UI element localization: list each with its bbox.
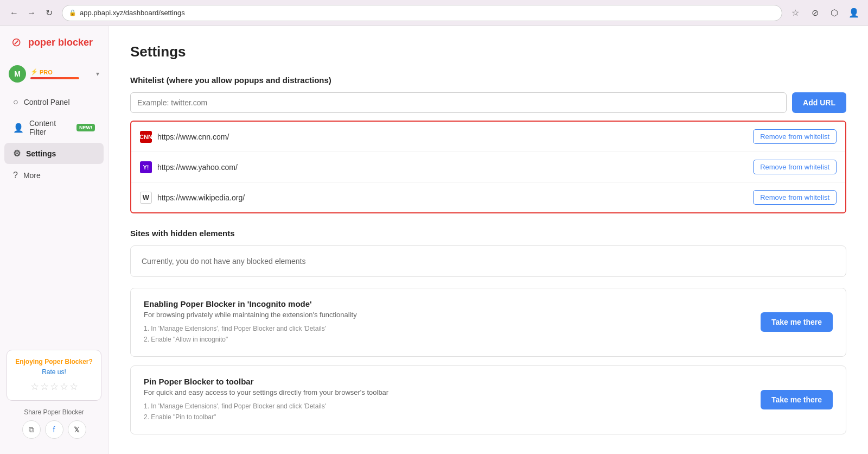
- sidebar-user[interactable]: M ⚡ PRO ▾: [0, 61, 108, 87]
- hidden-section-box: Currently, you do not have any blocked e…: [130, 245, 846, 277]
- new-badge: NEW!: [76, 124, 95, 131]
- lock-icon: 🔒: [69, 9, 76, 16]
- sidebar-logo: ⊘ poper blocker: [0, 35, 108, 61]
- address-bar[interactable]: 🔒 app.pbapi.xyz/dashboard/settings: [62, 5, 782, 21]
- remove-wikipedia-button[interactable]: Remove from whitelist: [753, 190, 837, 205]
- star-5[interactable]: ☆: [69, 381, 78, 393]
- toolbar-step-1: 1. In 'Manage Extensions', find Poper Bl…: [144, 401, 752, 412]
- share-label: Share Poper Blocker: [7, 408, 101, 416]
- promo-title: Enjoying Poper Blocker?: [14, 358, 94, 365]
- nav-label-more: More: [23, 171, 41, 180]
- toolbar-card-content: Pin Poper Blocker to toolbar For quick a…: [144, 377, 752, 423]
- incognito-take-me-button[interactable]: Take me there: [761, 312, 833, 332]
- promo-box: Enjoying Poper Blocker? Rate us! ☆ ☆ ☆ ☆…: [7, 350, 101, 401]
- page-title: Settings: [130, 43, 846, 60]
- url-input-row: Add URL: [130, 92, 846, 113]
- whitelist-item-wikipedia: W https://www.wikipedia.org/ Remove from…: [131, 182, 845, 212]
- star-3[interactable]: ☆: [50, 381, 59, 393]
- whitelist-section-title: Whitelist (where you allow popups and di…: [130, 75, 846, 85]
- site-url-cnn: https://www.cnn.com/: [157, 133, 748, 141]
- lightning-icon: ⚡: [30, 68, 38, 75]
- star-1[interactable]: ☆: [30, 381, 39, 393]
- toolbar-card: Pin Poper Blocker to toolbar For quick a…: [130, 365, 846, 434]
- sidebar-item-content-filter[interactable]: 👤 Content Filter NEW!: [4, 114, 104, 142]
- site-url-wikipedia: https://www.wikipedia.org/: [157, 193, 748, 202]
- bookmark-button[interactable]: ☆: [788, 5, 803, 21]
- extensions-button[interactable]: ⬡: [827, 5, 842, 21]
- hidden-section-title: Sites with hidden elements: [130, 229, 846, 238]
- star-rating[interactable]: ☆ ☆ ☆ ☆ ☆: [14, 381, 94, 393]
- site-url-yahoo: https://www.yahoo.com/: [157, 163, 748, 172]
- logo-icon: ⊘: [9, 35, 24, 50]
- favicon-cnn: CNN: [140, 131, 152, 143]
- chevron-down-icon[interactable]: ▾: [96, 70, 99, 78]
- add-url-button[interactable]: Add URL: [792, 92, 846, 113]
- share-twitter-button[interactable]: 𝕏: [68, 420, 86, 439]
- remove-cnn-button[interactable]: Remove from whitelist: [753, 129, 837, 144]
- toolbar-take-me-button[interactable]: Take me there: [761, 390, 833, 409]
- url-input[interactable]: [130, 92, 787, 113]
- nav-label-content-filter: Content Filter: [29, 119, 71, 136]
- main-content: Settings Whitelist (where you allow popu…: [108, 26, 868, 454]
- sidebar-item-control-panel[interactable]: ○ Control Panel: [4, 92, 104, 112]
- pro-badge: ⚡ PRO: [30, 68, 92, 75]
- reload-button[interactable]: ↻: [41, 5, 56, 21]
- incognito-step-1: 1. In 'Manage Extensions', find Poper Bl…: [144, 323, 752, 334]
- user-name-bar: [30, 77, 79, 79]
- sidebar-item-more[interactable]: ? More: [4, 165, 104, 186]
- incognito-card-title: Enabling Poper Blocker in 'Incognito mod…: [144, 299, 752, 308]
- nav-buttons: ← → ↻: [7, 5, 56, 21]
- more-icon: ?: [13, 171, 18, 180]
- rate-link[interactable]: Rate us!: [42, 368, 66, 376]
- incognito-card: Enabling Poper Blocker in 'Incognito mod…: [130, 288, 846, 357]
- sidebar: ⊘ poper blocker M ⚡ PRO ▾ ○ Control Pane…: [0, 26, 108, 454]
- url-text: app.pbapi.xyz/dashboard/settings: [80, 9, 185, 17]
- hidden-elements-section: Sites with hidden elements Currently, yo…: [130, 229, 846, 277]
- whitelist-item-cnn: CNN https://www.cnn.com/ Remove from whi…: [131, 122, 845, 152]
- whitelist-box: CNN https://www.cnn.com/ Remove from whi…: [130, 121, 846, 213]
- forward-button[interactable]: →: [24, 5, 39, 21]
- toolbar-card-steps: 1. In 'Manage Extensions', find Poper Bl…: [144, 401, 752, 423]
- sidebar-bottom: Enjoying Poper Blocker? Rate us! ☆ ☆ ☆ ☆…: [0, 343, 108, 445]
- incognito-step-2: 2. Enable "Allow in incognito": [144, 334, 752, 345]
- star-4[interactable]: ☆: [60, 381, 68, 393]
- favicon-yahoo: Y!: [140, 161, 152, 173]
- incognito-card-content: Enabling Poper Blocker in 'Incognito mod…: [144, 299, 752, 345]
- avatar: M: [9, 65, 26, 83]
- share-facebook-button[interactable]: f: [45, 420, 63, 439]
- remove-yahoo-button[interactable]: Remove from whitelist: [753, 160, 837, 174]
- whitelist-item-yahoo: Y! https://www.yahoo.com/ Remove from wh…: [131, 152, 845, 182]
- control-panel-icon: ○: [13, 97, 18, 107]
- toolbar-card-subtitle: For quick and easy access to your settin…: [144, 388, 752, 396]
- stop-button[interactable]: ⊘: [807, 5, 822, 21]
- nav-label-settings: Settings: [26, 149, 56, 158]
- content-filter-icon: 👤: [13, 123, 24, 133]
- browser-chrome: ← → ↻ 🔒 app.pbapi.xyz/dashboard/settings…: [0, 0, 868, 26]
- hidden-empty-text: Currently, you do not have any blocked e…: [142, 257, 305, 266]
- toolbar-step-2: 2. Enable "Pin to toolbar": [144, 412, 752, 423]
- nav-label-control-panel: Control Panel: [24, 98, 70, 106]
- star-2[interactable]: ☆: [40, 381, 49, 393]
- favicon-wikipedia: W: [140, 192, 152, 204]
- browser-actions: ☆ ⊘ ⬡ 👤: [788, 5, 861, 21]
- whitelist-section: Whitelist (where you allow popups and di…: [130, 75, 846, 213]
- profile-button[interactable]: 👤: [846, 5, 861, 21]
- incognito-card-subtitle: For browsing privately while maintaining…: [144, 311, 752, 319]
- share-copy-button[interactable]: ⧉: [22, 420, 41, 439]
- app-container: ⊘ poper blocker M ⚡ PRO ▾ ○ Control Pane…: [0, 26, 868, 454]
- toolbar-card-title: Pin Poper Blocker to toolbar: [144, 377, 752, 386]
- settings-icon: ⚙: [13, 148, 21, 159]
- incognito-card-steps: 1. In 'Manage Extensions', find Poper Bl…: [144, 323, 752, 345]
- logo-text: poper blocker: [28, 37, 93, 48]
- user-info: ⚡ PRO: [30, 68, 92, 79]
- share-buttons: ⧉ f 𝕏: [7, 420, 101, 439]
- back-button[interactable]: ←: [7, 5, 22, 21]
- sidebar-item-settings[interactable]: ⚙ Settings: [4, 143, 104, 164]
